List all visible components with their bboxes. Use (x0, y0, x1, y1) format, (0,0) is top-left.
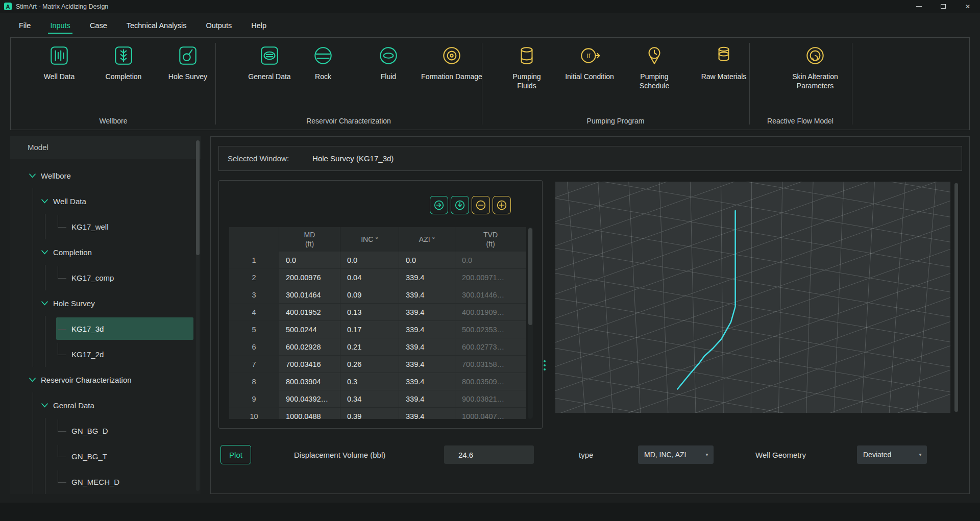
toolbar-button-fluid[interactable]: Fluid (363, 44, 414, 81)
main-scrollbar-thumb[interactable] (954, 183, 958, 412)
tree-item-reservoir-characterization[interactable]: Reservoir Characterization (10, 367, 201, 392)
tree-item-gn-bg-t[interactable]: GN_BG_T (10, 443, 201, 469)
table-cell[interactable]: 339.4 (399, 408, 455, 419)
plot-button[interactable]: Plot (220, 445, 251, 464)
table-cell[interactable]: 0.21 (340, 338, 399, 356)
minimize-button[interactable] (906, 0, 931, 13)
table-cell[interactable]: 0.39 (340, 408, 399, 419)
tree-item-completion[interactable]: Completion (10, 239, 201, 265)
table-cell[interactable]: 300.01464 (279, 286, 340, 304)
table-cell[interactable]: 339.4 (399, 286, 455, 304)
table-cell[interactable]: 600.02928 (279, 338, 340, 356)
toolbar-button-pumping-fluids[interactable]: Pumping Fluids (503, 44, 550, 90)
table-cell[interactable]: 339.4 (399, 321, 455, 338)
table-cell[interactable]: 500.0244 (279, 321, 340, 338)
table-cell[interactable]: 339.4 (399, 356, 455, 373)
displacement-volume-input[interactable] (444, 445, 534, 464)
well-3d-view[interactable] (555, 182, 950, 413)
toolbar-button-skin-alteration-parameters[interactable]: Skin Alteration Parameters (774, 44, 856, 90)
table-cell[interactable]: 800.03904 (279, 373, 340, 390)
table-cell[interactable]: 0.04 (340, 269, 399, 286)
toolbar-button-well-data[interactable]: Well Data (31, 44, 87, 81)
table-cell[interactable]: 700.03416 (279, 356, 340, 373)
toolbar-button-general-data[interactable]: General Data (236, 44, 303, 81)
move-row-right-button[interactable] (430, 196, 448, 214)
chevron-expanded-icon[interactable] (41, 250, 48, 255)
close-button[interactable]: ✕ (955, 0, 980, 13)
menu-item-file[interactable]: File (9, 13, 40, 37)
table-cell[interactable]: 0.3 (340, 373, 399, 390)
menu-item-case[interactable]: Case (80, 13, 117, 37)
menu-item-outputs[interactable]: Outputs (196, 13, 241, 37)
menu-item-inputs[interactable]: Inputs (40, 13, 80, 37)
table-cell[interactable]: 339.4 (399, 338, 455, 356)
type-dropdown-value: MD, INC, AZI (644, 451, 686, 459)
toolbar-button-completion[interactable]: Completion (93, 44, 154, 81)
table-cell[interactable]: 0.26 (340, 356, 399, 373)
splitter-handle[interactable] (544, 360, 546, 370)
add-row-button[interactable] (493, 196, 511, 214)
toolbar-button-initial-condition[interactable]: IfInitial Condition (565, 44, 614, 81)
table-cell[interactable]: 200.00971… (455, 269, 526, 286)
table-cell[interactable]: 800.03509… (455, 373, 526, 390)
tree-item-genral-data[interactable]: Genral Data (10, 392, 201, 418)
table-scrollbar-thumb[interactable] (528, 228, 532, 325)
toolbar-button-rock[interactable]: Rock (298, 44, 349, 81)
table-cell[interactable]: 900.04392… (279, 390, 340, 408)
table-cell[interactable]: 1000.0407… (455, 408, 526, 419)
chevron-expanded-icon[interactable] (29, 173, 36, 178)
remove-row-button[interactable] (472, 196, 490, 214)
menu-item-technical-analysis[interactable]: Technical Analysis (117, 13, 197, 37)
table-cell[interactable]: 1000.0488 (279, 408, 340, 419)
type-dropdown[interactable]: MD, INC, AZI ▼ (638, 445, 714, 464)
table-scrollbar[interactable] (528, 227, 533, 419)
chevron-expanded-icon[interactable] (29, 378, 36, 382)
table-cell[interactable]: 339.4 (399, 269, 455, 286)
table-cell[interactable]: 0.0 (455, 252, 526, 269)
table-cell[interactable]: 0.0 (279, 252, 340, 269)
table-cell[interactable]: 0.34 (340, 390, 399, 408)
chevron-expanded-icon[interactable] (41, 403, 48, 408)
table-cell[interactable]: 200.00976 (279, 269, 340, 286)
tree-item-gn-bg-d[interactable]: GN_BG_D (10, 418, 201, 443)
maximize-button[interactable] (931, 0, 955, 13)
table-cell[interactable]: 700.03158… (455, 356, 526, 373)
table-cell[interactable]: 0.09 (340, 286, 399, 304)
well-geometry-dropdown[interactable]: Deviated ▼ (857, 445, 927, 464)
tree-item-kg17-3d[interactable]: KG17_3d (10, 316, 201, 341)
tree-item-kg17-comp[interactable]: KG17_comp (10, 265, 201, 290)
sidebar-scrollbar-thumb[interactable] (196, 140, 200, 255)
tree-item-well-data[interactable]: Well Data (10, 188, 201, 214)
fluid-icon (377, 44, 400, 67)
main-scrollbar[interactable] (954, 183, 958, 412)
table-cell[interactable]: 0.13 (340, 304, 399, 321)
table-cell[interactable]: 400.01952 (279, 304, 340, 321)
tree-item-hole-survey[interactable]: Hole Survey (10, 290, 201, 316)
table-cell[interactable]: 300.01446… (455, 286, 526, 304)
tree-guide-line (45, 443, 45, 469)
toolbar-button-raw-materials[interactable]: Raw Materials (691, 44, 757, 81)
table-cell[interactable]: 0.0 (399, 252, 455, 269)
tree-item-wellbore[interactable]: Wellbore (10, 163, 201, 188)
table-cell[interactable]: 400.01909… (455, 304, 526, 321)
chevron-expanded-icon[interactable] (41, 199, 48, 204)
toolbar-button-formation-damage[interactable]: Formation Damage (421, 44, 482, 81)
tree-item-kg17-well[interactable]: KG17_well (10, 214, 201, 239)
tree-item-gn-mech-d[interactable]: GN_MECH_D (10, 469, 201, 494)
menu-bar: FileInputsCaseTechnical AnalysisOutputsH… (0, 13, 980, 37)
sidebar-scrollbar[interactable] (196, 139, 200, 491)
table-cell[interactable]: 339.4 (399, 373, 455, 390)
table-cell[interactable]: 900.03821… (455, 390, 526, 408)
toolbar-button-hole-survey[interactable]: Hole Survey (157, 44, 218, 81)
tree-item-kg17-2d[interactable]: KG17_2d (10, 341, 201, 367)
chevron-expanded-icon[interactable] (41, 301, 48, 306)
table-cell[interactable]: 339.4 (399, 390, 455, 408)
table-cell[interactable]: 600.02773… (455, 338, 526, 356)
table-cell[interactable]: 0.17 (340, 321, 399, 338)
toolbar-button-pumping-schedule[interactable]: Pumping Schedule (629, 44, 680, 90)
table-cell[interactable]: 0.0 (340, 252, 399, 269)
table-cell[interactable]: 500.02353… (455, 321, 526, 338)
menu-item-help[interactable]: Help (241, 13, 276, 37)
insert-row-down-button[interactable] (451, 196, 469, 214)
table-cell[interactable]: 339.4 (399, 304, 455, 321)
